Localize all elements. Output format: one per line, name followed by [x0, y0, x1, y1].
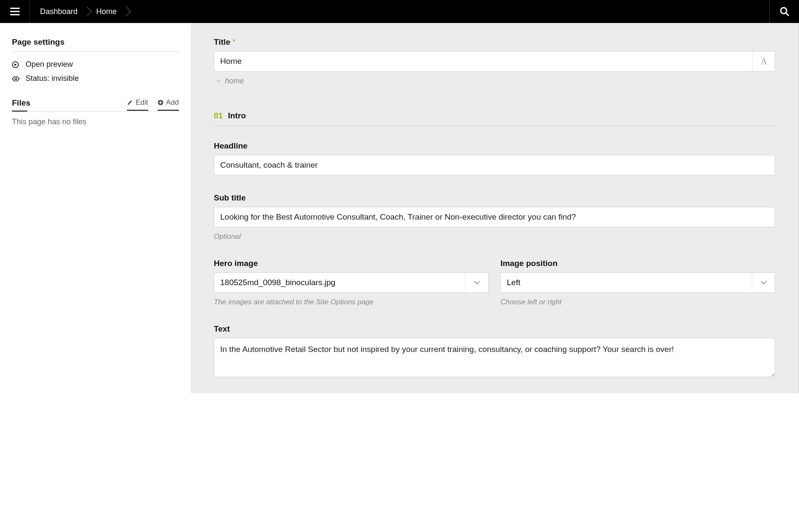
chevron-down-icon	[752, 273, 775, 292]
files-edit-label: Edit	[135, 98, 148, 107]
files-edit-button[interactable]: Edit	[127, 98, 148, 110]
image-position-value: Left	[501, 278, 752, 287]
text-field: Text	[214, 324, 775, 379]
open-preview-link[interactable]: Open preview	[12, 57, 179, 72]
subtitle-label: Sub title	[214, 193, 775, 203]
status-label: Status: invisible	[26, 74, 79, 83]
svg-rect-2	[10, 14, 20, 15]
hero-label: Hero image	[214, 259, 489, 268]
section-number: 01	[214, 111, 223, 120]
font-icon: A	[761, 57, 767, 66]
headline-field: Headline	[214, 141, 775, 175]
subtitle-help: Optional	[214, 232, 775, 241]
slug-value: home	[225, 77, 244, 86]
svg-line-4	[786, 13, 789, 16]
sidebar: Page settings Open preview Status: invis…	[0, 23, 191, 393]
section-name: Intro	[228, 111, 246, 120]
headline-input[interactable]	[214, 155, 775, 175]
files-add-button[interactable]: Add	[158, 98, 179, 110]
hero-image-value: 180525md_0098_binoculars.jpg	[214, 278, 465, 287]
title-label: Title *	[214, 37, 775, 47]
arrow-right-icon: →	[214, 77, 221, 86]
slug-row: → home	[214, 77, 775, 86]
position-label: Image position	[500, 259, 775, 268]
breadcrumb-dashboard[interactable]: Dashboard	[30, 0, 86, 23]
main: Title * A → home 01 Intro Headline Sub t	[191, 23, 799, 393]
svg-rect-10	[159, 102, 162, 103]
position-help: Choose left or right	[500, 298, 775, 306]
title-input[interactable]	[214, 51, 775, 72]
page-settings-heading: Page settings	[12, 37, 179, 51]
text-label: Text	[214, 324, 775, 334]
content: Page settings Open preview Status: invis…	[0, 23, 799, 393]
title-field: Title * A → home	[214, 37, 775, 86]
breadcrumb: Dashboard Home	[30, 0, 125, 23]
topbar-left: Dashboard Home	[0, 0, 125, 23]
no-files-message: This page has no files	[12, 117, 179, 126]
files-heading: Files	[12, 98, 30, 111]
open-preview-label: Open preview	[26, 60, 73, 69]
subtitle-field: Sub title Optional	[214, 193, 775, 241]
svg-rect-1	[10, 11, 20, 12]
search-button[interactable]	[769, 0, 799, 23]
svg-marker-6	[14, 63, 17, 66]
hero-row: Hero image 180525md_0098_binoculars.jpg …	[214, 259, 775, 306]
files-add-label: Add	[166, 98, 179, 107]
required-star-icon: *	[233, 38, 235, 45]
svg-point-3	[781, 8, 787, 14]
plus-circle-icon	[158, 100, 164, 106]
chevron-down-icon	[465, 273, 488, 292]
files-header: Files Edit	[12, 98, 179, 112]
hero-help: The images are attached to the Site Opti…	[214, 298, 489, 306]
play-circle-icon	[12, 61, 20, 68]
subtitle-input[interactable]	[214, 207, 775, 227]
search-icon	[780, 7, 789, 16]
menu-button[interactable]	[0, 0, 30, 23]
status-link[interactable]: Status: invisible	[12, 72, 179, 86]
svg-point-7	[15, 77, 17, 80]
svg-rect-0	[10, 8, 20, 9]
headline-label: Headline	[214, 141, 775, 151]
image-position-select[interactable]: Left	[500, 272, 775, 293]
hero-image-select[interactable]: 180525md_0098_binoculars.jpg	[214, 272, 489, 293]
section-intro-heading: 01 Intro	[214, 111, 775, 126]
hamburger-icon	[10, 8, 20, 15]
visibility-off-icon	[12, 76, 20, 81]
title-formatting-button[interactable]: A	[752, 51, 775, 72]
text-textarea[interactable]	[214, 338, 775, 377]
topbar: Dashboard Home	[0, 0, 799, 23]
pencil-icon	[127, 100, 133, 106]
